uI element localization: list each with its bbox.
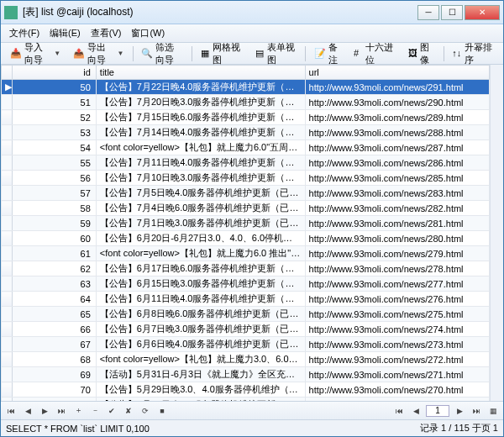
page-last[interactable]: ⏭ bbox=[470, 404, 483, 418]
cell-url[interactable]: http://www.93moli.com/news/289.html bbox=[305, 110, 489, 125]
page-prev[interactable]: ◀ bbox=[409, 404, 423, 418]
column-header-title[interactable]: title bbox=[96, 66, 305, 80]
vertical-scrollbar[interactable] bbox=[490, 65, 503, 401]
cell-id[interactable]: 68 bbox=[12, 352, 96, 367]
table-row[interactable]: 70【公告】5月29日晚3.0、4.0服务器停机维护（已结束）---开…http… bbox=[2, 382, 490, 398]
maximize-button[interactable]: ☐ bbox=[441, 5, 463, 20]
column-header-url[interactable]: url bbox=[305, 66, 489, 80]
cell-url[interactable]: http://www.93moli.com/news/271.html bbox=[305, 367, 489, 382]
table-row[interactable]: 68<font color=yellow>【礼包】就上魔力3.0、6.0《六一端… bbox=[2, 352, 490, 367]
cell-id[interactable]: 62 bbox=[12, 261, 96, 276]
table-row[interactable]: 63【公告】6月15日晚3.0服务器停机维护更新（已结束）http://www.… bbox=[2, 276, 490, 292]
cell-id[interactable]: 67 bbox=[12, 337, 96, 352]
cell-id[interactable]: 56 bbox=[12, 171, 96, 186]
minimize-button[interactable]: ─ bbox=[417, 5, 439, 20]
page-input[interactable] bbox=[426, 405, 449, 417]
table-row[interactable]: 58【公告】7月4日晚6.0服务器停机维护更新（已结束）http://www.9… bbox=[2, 201, 490, 216]
cell-title[interactable]: 【公告】6月7日晚3.0服务器停机维护更新（已结束） bbox=[96, 322, 305, 337]
cell-title[interactable]: 【公告】5月29日晚3.0、4.0服务器停机维护（已结束）---开… bbox=[96, 382, 305, 398]
cell-url[interactable]: http://www.93moli.com/news/272.html bbox=[305, 352, 489, 367]
cell-title[interactable]: 【公告】6月11日晚4.0服务器停机维护更新（已结束） bbox=[96, 292, 305, 307]
table-row[interactable]: 56【公告】7月10日晚3.0服务器停机维护更新（已结束）http://www.… bbox=[2, 171, 490, 186]
cell-id[interactable]: 70 bbox=[12, 382, 96, 398]
data-grid[interactable]: id title url ▶50【公告】7月22日晚4.0服务器停机维护更新（已… bbox=[1, 65, 490, 401]
cell-url[interactable]: http://www.93moli.com/news/270.html bbox=[305, 382, 489, 398]
nav-refresh[interactable]: ⟳ bbox=[139, 404, 152, 418]
cell-url[interactable]: http://www.93moli.com/news/291.html bbox=[305, 80, 489, 95]
cell-id[interactable]: 59 bbox=[12, 216, 96, 231]
cell-url[interactable]: http://www.93moli.com/news/283.html bbox=[305, 186, 489, 201]
cell-title[interactable]: 【公告】7月11日晚4.0服务器停机维护更新（已结束）---开6… bbox=[96, 155, 305, 171]
cell-id[interactable]: 58 bbox=[12, 201, 96, 216]
cell-url[interactable]: http://www.93moli.com/news/278.html bbox=[305, 261, 489, 276]
nav-last[interactable]: ⏭ bbox=[55, 404, 68, 418]
page-settings-icon[interactable]: ▦ bbox=[486, 404, 500, 418]
cell-id[interactable]: 69 bbox=[12, 367, 96, 382]
cell-url[interactable]: http://www.93moli.com/news/276.html bbox=[305, 292, 489, 307]
cell-url[interactable]: http://www.93moli.com/news/279.html bbox=[305, 246, 489, 261]
cell-id[interactable]: 53 bbox=[12, 125, 96, 140]
cell-url[interactable]: http://www.93moli.com/news/273.html bbox=[305, 337, 489, 352]
cell-url[interactable]: http://www.93moli.com/news/275.html bbox=[305, 307, 489, 322]
nav-next[interactable]: ▶ bbox=[38, 404, 51, 418]
cell-url[interactable]: http://www.93moli.com/news/281.html bbox=[305, 216, 489, 231]
table-row[interactable]: 59【公告】7月1日晚3.0服务器停机维护更新（已结束）http://www.9… bbox=[2, 216, 490, 231]
cell-title[interactable]: 【公告】6月15日晚3.0服务器停机维护更新（已结束） bbox=[96, 276, 305, 292]
cell-id[interactable]: 63 bbox=[12, 276, 96, 292]
cell-title[interactable]: <font color=yellow>【礼包】就上魔力6.0 推出"世界杯"超值… bbox=[96, 246, 305, 261]
nav-prev[interactable]: ◀ bbox=[21, 404, 34, 418]
table-row[interactable]: 51【公告】7月20日晚3.0服务器停机维护更新（已结束）http://www.… bbox=[2, 95, 490, 110]
cell-title[interactable]: 【公告】6月17日晚6.0服务器停机维护更新（已结束） bbox=[96, 261, 305, 276]
cell-id[interactable]: 64 bbox=[12, 292, 96, 307]
cell-url[interactable]: http://www.93moli.com/news/286.html bbox=[305, 155, 489, 171]
nav-commit[interactable]: ✔ bbox=[105, 404, 118, 418]
cell-id[interactable]: 60 bbox=[12, 231, 96, 246]
nav-add[interactable]: ＋ bbox=[71, 404, 85, 418]
cell-id[interactable]: 50 bbox=[12, 80, 96, 95]
cell-title[interactable]: 【公告】6月6日晚4.0服务器停机维护更新（已结束） bbox=[96, 337, 305, 352]
cell-id[interactable]: 52 bbox=[12, 110, 96, 125]
cell-url[interactable]: http://www.93moli.com/news/274.html bbox=[305, 322, 489, 337]
table-row[interactable]: 66【公告】6月7日晚3.0服务器停机维护更新（已结束）http://www.9… bbox=[2, 322, 490, 337]
cell-id[interactable]: 55 bbox=[12, 155, 96, 171]
table-row[interactable]: 69【活动】5月31日-6月3日《就上魔力》全区充值优惠进行中http://ww… bbox=[2, 367, 490, 382]
table-row[interactable]: 62【公告】6月17日晚6.0服务器停机维护更新（已结束）http://www.… bbox=[2, 261, 490, 276]
table-row[interactable]: 53【公告】7月14日晚4.0服务器停机维护更新（已结束）http://www.… bbox=[2, 125, 490, 140]
cell-title[interactable]: 【公告】7月10日晚3.0服务器停机维护更新（已结束） bbox=[96, 171, 305, 186]
cell-title[interactable]: 【公告】7月14日晚4.0服务器停机维护更新（已结束） bbox=[96, 125, 305, 140]
table-row[interactable]: ▶50【公告】7月22日晚4.0服务器停机维护更新（已结束）http://www… bbox=[2, 80, 490, 95]
cell-id[interactable]: 61 bbox=[12, 246, 96, 261]
table-row[interactable]: 54<font color=yellow>【礼包】就上魔力6.0"五周年"开放充… bbox=[2, 140, 490, 155]
cell-url[interactable]: http://www.93moli.com/news/285.html bbox=[305, 171, 489, 186]
cell-title[interactable]: 【公告】6月20日-6月27日3.0、4.0、6.0停机维护更新内容 bbox=[96, 231, 305, 246]
table-row[interactable]: 60【公告】6月20日-6月27日3.0、4.0、6.0停机维护更新内容http… bbox=[2, 231, 490, 246]
nav-delete[interactable]: － bbox=[88, 404, 102, 418]
cell-url[interactable]: http://www.93moli.com/news/290.html bbox=[305, 95, 489, 110]
page-first[interactable]: ⏮ bbox=[392, 404, 406, 418]
table-row[interactable]: 57【公告】7月5日晚4.0服务器停机维护更新（已结束）http://www.9… bbox=[2, 186, 490, 201]
nav-stop[interactable]: ■ bbox=[155, 404, 169, 418]
cell-id[interactable]: 54 bbox=[12, 140, 96, 155]
cell-title[interactable]: 【公告】7月20日晚3.0服务器停机维护更新（已结束） bbox=[96, 95, 305, 110]
table-row[interactable]: 64【公告】6月11日晚4.0服务器停机维护更新（已结束）http://www.… bbox=[2, 292, 490, 307]
cell-title[interactable]: 【公告】7月22日晚4.0服务器停机维护更新（已结束） bbox=[96, 80, 305, 95]
cell-title[interactable]: 【公告】6月8日晚6.0服务器停机维护更新（已结束） bbox=[96, 307, 305, 322]
cell-title[interactable]: 【公告】7月4日晚6.0服务器停机维护更新（已结束） bbox=[96, 201, 305, 216]
cell-url[interactable]: http://www.93moli.com/news/277.html bbox=[305, 276, 489, 292]
page-next[interactable]: ▶ bbox=[453, 404, 466, 418]
close-button[interactable]: ✕ bbox=[465, 5, 500, 20]
cell-id[interactable]: 51 bbox=[12, 95, 96, 110]
cell-title[interactable]: <font color=yellow>【礼包】就上魔力6.0"五周年"开放充值优 bbox=[96, 140, 305, 155]
table-row[interactable]: 65【公告】6月8日晚6.0服务器停机维护更新（已结束）http://www.9… bbox=[2, 307, 490, 322]
cell-url[interactable]: http://www.93moli.com/news/287.html bbox=[305, 140, 489, 155]
nav-first[interactable]: ⏮ bbox=[4, 404, 18, 418]
cell-title[interactable]: 【公告】7月1日晚3.0服务器停机维护更新（已结束） bbox=[96, 216, 305, 231]
cell-url[interactable]: http://www.93moli.com/news/288.html bbox=[305, 125, 489, 140]
column-header-id[interactable]: id bbox=[12, 66, 96, 80]
cell-title[interactable]: 【活动】5月31日-6月3日《就上魔力》全区充值优惠进行中 bbox=[96, 367, 305, 382]
cell-id[interactable]: 57 bbox=[12, 186, 96, 201]
table-row[interactable]: 67【公告】6月6日晚4.0服务器停机维护更新（已结束）http://www.9… bbox=[2, 337, 490, 352]
cell-title[interactable]: <font color=yellow>【礼包】就上魔力3.0、6.0《六一端午》… bbox=[96, 352, 305, 367]
cell-title[interactable]: 【公告】7月5日晚4.0服务器停机维护更新（已结束） bbox=[96, 186, 305, 201]
cell-id[interactable]: 66 bbox=[12, 322, 96, 337]
